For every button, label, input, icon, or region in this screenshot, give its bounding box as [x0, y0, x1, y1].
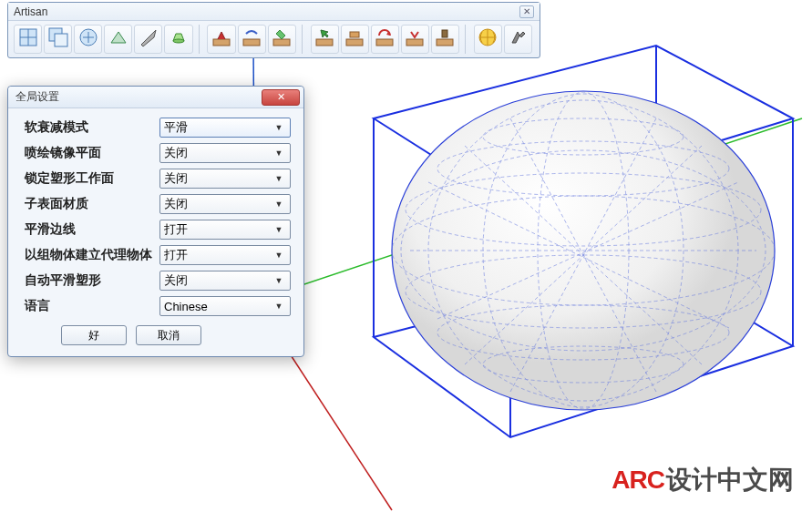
svg-rect-43 [442, 30, 447, 37]
chevron-down-icon: ▼ [272, 299, 286, 313]
setting-row: 喷绘镜像平面关闭▼ [25, 143, 291, 163]
setting-row: 锁定塑形工作面关闭▼ [25, 169, 291, 189]
svg-line-0 [255, 118, 802, 301]
cancel-button[interactable]: 取消 [136, 325, 201, 345]
chevron-down-icon: ▼ [272, 146, 286, 160]
setting-dropdown[interactable]: Chinese▼ [159, 296, 291, 316]
select-button[interactable] [311, 25, 339, 54]
svg-rect-35 [243, 39, 260, 46]
settings-button[interactable] [504, 25, 532, 54]
svg-point-8 [392, 91, 775, 410]
svg-line-26 [465, 146, 702, 364]
rotate-button[interactable] [371, 25, 399, 54]
chevron-down-icon: ▼ [272, 197, 286, 211]
svg-rect-34 [213, 39, 230, 46]
setting-label: 自动平滑塑形 [25, 272, 159, 289]
settings-icon [507, 26, 529, 52]
rotate-icon [374, 26, 396, 52]
paint-icon [271, 26, 293, 52]
setting-row: 语言Chinese▼ [25, 296, 291, 316]
svg-rect-36 [273, 39, 290, 46]
chevron-down-icon: ▼ [272, 120, 286, 135]
setting-dropdown[interactable]: 关闭▼ [159, 271, 291, 291]
svg-point-11 [428, 100, 738, 401]
setting-label: 以组物体建立代理物体 [25, 247, 159, 263]
crease-icon [108, 26, 129, 52]
knife-button[interactable] [134, 25, 162, 54]
smooth-brush-icon [241, 26, 262, 52]
setting-label: 平滑边线 [25, 221, 159, 238]
artisan-toolbar: Artisan ✕ [7, 2, 540, 58]
stamp-icon [434, 26, 456, 52]
setting-row: 自动平滑塑形关闭▼ [25, 271, 291, 291]
dropdown-value: 平滑 [164, 119, 188, 136]
svg-point-9 [392, 196, 775, 305]
sculpt-button[interactable] [207, 25, 235, 54]
setting-dropdown[interactable]: 关闭▼ [159, 194, 291, 214]
svg-line-22 [510, 118, 656, 392]
setting-dropdown[interactable]: 平滑▼ [159, 118, 291, 138]
paint-button[interactable] [268, 25, 296, 54]
setting-dropdown[interactable]: 打开▼ [159, 220, 291, 240]
chevron-down-icon: ▼ [272, 248, 286, 262]
svg-line-21 [437, 182, 738, 319]
svg-point-19 [483, 346, 684, 383]
svg-point-13 [538, 92, 629, 409]
setting-dropdown[interactable]: 打开▼ [159, 245, 291, 265]
svg-point-15 [406, 255, 761, 328]
chevron-down-icon: ▼ [272, 222, 286, 237]
subdivide-group-button[interactable] [44, 25, 72, 54]
dropdown-value: Chinese [164, 300, 208, 313]
svg-rect-42 [437, 39, 453, 46]
svg-rect-31 [55, 34, 67, 46]
setting-row: 平滑边线打开▼ [25, 220, 291, 240]
extrude-icon [168, 26, 190, 52]
pinch-button[interactable] [401, 25, 429, 54]
dropdown-value: 关闭 [164, 170, 188, 187]
svg-rect-39 [350, 32, 359, 37]
setting-dropdown[interactable]: 关闭▼ [159, 143, 291, 163]
dialog-title: 全局设置 [15, 89, 59, 105]
dropdown-value: 关闭 [164, 196, 188, 212]
stamp-button[interactable] [431, 25, 459, 54]
dropdown-value: 打开 [164, 247, 188, 263]
crease-button[interactable] [104, 25, 132, 54]
svg-rect-41 [406, 39, 423, 46]
chevron-down-icon: ▼ [272, 273, 286, 288]
subdivide-group-icon [47, 26, 69, 52]
subdivide-icon [17, 26, 39, 52]
unsmooth-button[interactable] [74, 25, 102, 54]
globe-icon [477, 26, 499, 52]
svg-rect-40 [376, 39, 393, 46]
svg-line-25 [465, 146, 702, 364]
knife-icon [138, 26, 159, 52]
dropdown-value: 关闭 [164, 272, 188, 289]
svg-line-23 [510, 118, 656, 392]
watermark-logo: ARC [612, 466, 664, 495]
setting-label: 语言 [25, 298, 159, 314]
svg-point-12 [483, 94, 684, 407]
smooth-brush-button[interactable] [238, 25, 266, 54]
setting-label: 锁定塑形工作面 [25, 170, 159, 187]
flatten-button[interactable] [341, 25, 369, 54]
svg-point-16 [437, 141, 729, 196]
globe-button[interactable] [474, 25, 502, 54]
watermark: ARC 设计中文网 [612, 463, 794, 497]
extrude-button[interactable] [164, 25, 192, 54]
setting-row: 子表面材质关闭▼ [25, 194, 291, 214]
subdivide-button[interactable] [14, 25, 42, 54]
chevron-down-icon: ▼ [272, 171, 286, 186]
svg-point-18 [483, 118, 684, 155]
dropdown-value: 打开 [164, 221, 188, 238]
ok-button[interactable]: 好 [61, 325, 127, 345]
sculpt-icon [211, 26, 232, 52]
dialog-close-button[interactable]: ✕ [262, 89, 300, 106]
setting-dropdown[interactable]: 关闭▼ [159, 169, 291, 189]
toolbar-close-button[interactable]: ✕ [519, 5, 534, 18]
setting-row: 软衰减模式平滑▼ [25, 118, 291, 138]
svg-point-17 [437, 305, 729, 360]
setting-row: 以组物体建立代理物体打开▼ [25, 245, 291, 265]
toolbar-separator [302, 25, 307, 54]
svg-point-14 [406, 173, 761, 246]
toolbar-separator [199, 25, 204, 54]
